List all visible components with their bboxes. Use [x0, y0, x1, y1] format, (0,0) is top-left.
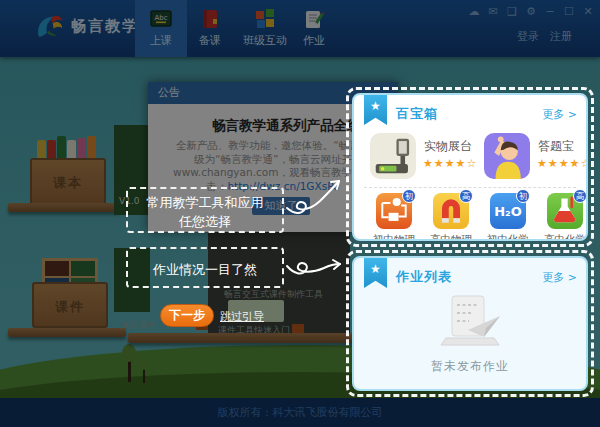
- app-item-junior-chemistry[interactable]: H₂O 初 初中化学: [482, 193, 534, 241]
- display-stand-icon: [370, 133, 416, 179]
- app-name: 高中物理: [425, 233, 477, 241]
- treasure-box-more-link[interactable]: 更多 >: [542, 107, 577, 122]
- senior-physics-icon: 高: [433, 193, 469, 229]
- answer-treasure-icon: [484, 133, 530, 179]
- app-item-senior-physics[interactable]: 高 高中物理: [425, 193, 477, 241]
- curved-arrow-to-homework: [284, 250, 346, 282]
- app-item-junior-physics[interactable]: 初 初中物理: [368, 193, 420, 241]
- app-item-display-stand[interactable]: 实物展台 ★★★★☆: [370, 133, 480, 183]
- app-rating: ★★★★☆: [537, 157, 588, 170]
- junior-physics-icon: 初: [376, 193, 412, 229]
- tooltip-homework-line: 作业情况一目了然: [128, 260, 282, 279]
- app-window: 课本 课件 V1.0 演示课件 畅言交互式课件制作工具 课件工具快速入门 版权所…: [0, 0, 600, 427]
- homework-list-more-link[interactable]: 更多 >: [542, 270, 577, 285]
- curved-arrow-to-treasure: [284, 168, 346, 216]
- tooltip-homework: 作业情况一目了然: [126, 247, 284, 288]
- app-rating: ★★★★☆: [423, 157, 477, 170]
- tooltip-tools: 常用教学工具和应用 任您选择: [126, 187, 284, 233]
- tooltip-tools-line1: 常用教学工具和应用: [128, 193, 282, 212]
- skip-guide-link[interactable]: 跳过引导: [220, 309, 264, 324]
- next-step-button[interactable]: 下一步: [160, 304, 214, 327]
- app-item-senior-chemistry[interactable]: 高 高中化学: [539, 193, 588, 241]
- homework-list-panel: ★ 作业列表 更多 > 暂未发布作业: [346, 250, 594, 397]
- tooltip-tools-line2: 任您选择: [128, 212, 282, 231]
- app-name: 初中物理: [368, 233, 420, 241]
- junior-chemistry-icon: H₂O 初: [490, 193, 526, 229]
- app-item-answer-treasure[interactable]: 答题宝 ★★★★☆: [484, 133, 588, 183]
- treasure-box-panel: ★ 百宝箱 更多 > 实物展台 ★★★★☆ 答题宝 ★★★★☆: [346, 87, 594, 247]
- treasure-box-title: 百宝箱: [396, 105, 438, 123]
- app-name: 高中化学: [539, 233, 588, 241]
- level-badge: 初: [402, 189, 416, 203]
- dashed-divider: [364, 187, 576, 188]
- homework-empty-state: 暂未发布作业: [354, 294, 586, 375]
- level-badge: 高: [459, 189, 473, 203]
- treasure-box-card: ★ 百宝箱 更多 > 实物展台 ★★★★☆ 答题宝 ★★★★☆: [352, 93, 588, 241]
- star-ribbon-icon: ★: [364, 258, 387, 288]
- app-name: 实物展台: [424, 138, 472, 155]
- homework-list-title: 作业列表: [396, 268, 452, 286]
- empty-homework-text: 暂未发布作业: [354, 358, 586, 375]
- level-badge: 初: [516, 189, 530, 203]
- star-ribbon-icon: ★: [364, 95, 387, 125]
- senior-chemistry-icon: 高: [547, 193, 583, 229]
- empty-homework-icon: [434, 294, 506, 348]
- homework-list-card: ★ 作业列表 更多 > 暂未发布作业: [352, 256, 588, 391]
- app-name: 初中化学: [482, 233, 534, 241]
- app-name: 答题宝: [538, 138, 574, 155]
- level-badge: 高: [573, 189, 587, 203]
